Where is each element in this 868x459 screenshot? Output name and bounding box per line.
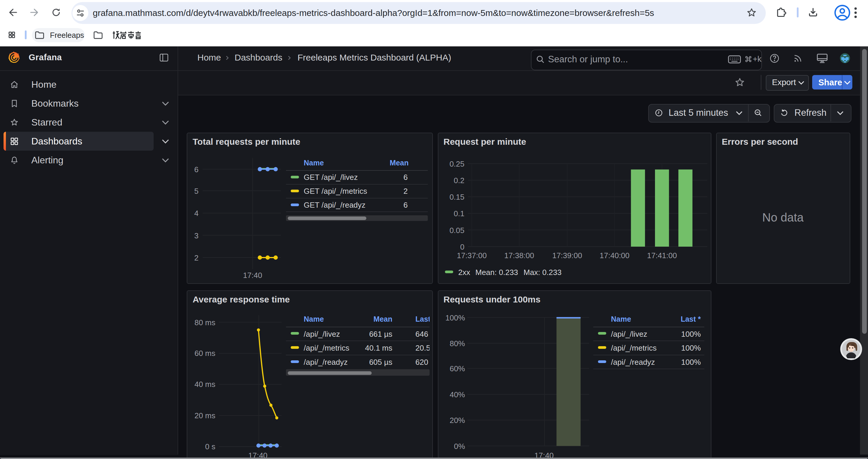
svg-text:17:40: 17:40 <box>243 271 262 280</box>
svg-text:80 ms: 80 ms <box>194 318 215 327</box>
svg-text:0.05: 0.05 <box>450 226 464 235</box>
svg-text:4: 4 <box>194 209 198 218</box>
svg-text:0: 0 <box>460 242 464 251</box>
svg-text:100%: 100% <box>445 314 465 322</box>
svg-text:80%: 80% <box>450 339 465 348</box>
svg-text:40 ms: 40 ms <box>194 380 215 389</box>
svg-text:20 ms: 20 ms <box>194 411 215 420</box>
svg-text:6: 6 <box>194 165 198 174</box>
svg-text:0%: 0% <box>454 442 465 451</box>
svg-text:17:41:00: 17:41:00 <box>647 251 677 260</box>
svg-text:20%: 20% <box>450 416 465 425</box>
svg-text:0 s: 0 s <box>205 442 215 451</box>
svg-text:17:38:00: 17:38:00 <box>504 251 534 260</box>
svg-text:40%: 40% <box>450 390 465 399</box>
svg-text:3: 3 <box>194 231 198 240</box>
svg-text:17:40:00: 17:40:00 <box>600 251 629 260</box>
svg-text:5: 5 <box>194 187 198 196</box>
svg-text:17:37:00: 17:37:00 <box>457 251 487 260</box>
svg-text:0.2: 0.2 <box>454 176 464 185</box>
svg-text:0.15: 0.15 <box>450 193 464 201</box>
svg-text:0.25: 0.25 <box>450 160 464 168</box>
svg-text:60 ms: 60 ms <box>194 349 215 358</box>
svg-text:60%: 60% <box>450 364 465 373</box>
svg-text:2: 2 <box>194 254 198 262</box>
svg-text:17:39:00: 17:39:00 <box>552 251 582 260</box>
svg-text:0.1: 0.1 <box>454 209 464 218</box>
